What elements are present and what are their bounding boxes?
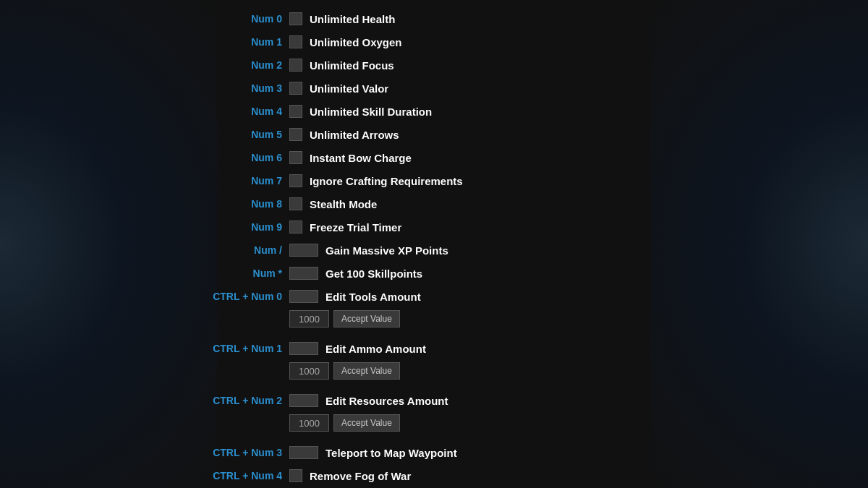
- cheat-row: CTRL + Num 2Edit Resources Amount: [181, 389, 687, 412]
- toggle-checkbox[interactable]: [289, 105, 302, 118]
- cheat-row: Num 0Unlimited Health: [181, 7, 687, 30]
- key-label: CTRL + Num 1: [188, 343, 282, 354]
- toggle-checkbox[interactable]: [289, 446, 318, 459]
- toggle-checkbox[interactable]: [289, 151, 302, 164]
- toggle-checkbox[interactable]: [289, 221, 302, 234]
- key-label: CTRL + Num 2: [188, 395, 282, 406]
- toggle-checkbox[interactable]: [289, 128, 302, 141]
- cheat-label: Unlimited Oxygen: [310, 36, 402, 48]
- accept-value-button[interactable]: Accept Value: [333, 310, 400, 328]
- cheat-row: Num 2Unlimited Focus: [181, 53, 687, 77]
- key-label: CTRL + Num 0: [188, 291, 282, 302]
- cheat-row: Num 6Instant Bow Charge: [181, 146, 687, 169]
- key-label: Num 2: [188, 59, 282, 71]
- key-label: CTRL + Num 3: [188, 447, 282, 458]
- toggle-checkbox[interactable]: [289, 174, 302, 187]
- toggle-checkbox[interactable]: [289, 244, 318, 257]
- cheat-row: Num /Gain Massive XP Points: [181, 239, 687, 262]
- value-input[interactable]: [289, 310, 329, 328]
- cheat-row: CTRL + Num 1Edit Ammo Amount: [181, 337, 687, 360]
- cheat-label: Unlimited Health: [310, 13, 395, 25]
- cheat-row: Num 9Freeze Trial Timer: [181, 215, 687, 239]
- cheat-label: Unlimited Focus: [310, 59, 394, 72]
- key-label: Num 7: [188, 175, 282, 187]
- value-input[interactable]: [289, 362, 329, 380]
- toggle-checkbox[interactable]: [289, 342, 318, 355]
- input-row: Accept Value: [181, 412, 687, 434]
- cheat-label: Ignore Crafting Requirements: [310, 175, 463, 187]
- value-input[interactable]: [289, 414, 329, 432]
- toggle-checkbox[interactable]: [289, 394, 318, 407]
- cheat-row: Num 3Unlimited Valor: [181, 77, 687, 100]
- cheat-label: Freeze Trial Timer: [310, 221, 401, 234]
- toggle-checkbox[interactable]: [289, 59, 302, 72]
- cheat-label: Teleport to Map Waypoint: [326, 447, 457, 459]
- cheat-label: Get 100 Skillpoints: [326, 267, 422, 280]
- cheat-label: Unlimited Arrows: [310, 129, 399, 141]
- cheat-row: Num 4Unlimited Skill Duration: [181, 100, 687, 123]
- key-label: CTRL + Num 4: [188, 470, 282, 481]
- cheat-label: Gain Massive XP Points: [326, 244, 448, 257]
- cheat-list-container: Num 0Unlimited HealthNum 1Unlimited Oxyg…: [181, 0, 687, 488]
- accept-value-button[interactable]: Accept Value: [333, 414, 400, 432]
- cheat-row: CTRL + Num 0Edit Tools Amount: [181, 285, 687, 308]
- key-label: Num 3: [188, 82, 282, 94]
- input-row: Accept Value: [181, 308, 687, 330]
- key-label: Num *: [188, 267, 282, 279]
- cheat-label: Unlimited Valor: [310, 82, 388, 95]
- cheat-label: Stealth Mode: [310, 198, 377, 210]
- toggle-checkbox[interactable]: [289, 82, 302, 95]
- cheat-label: Edit Tools Amount: [326, 291, 421, 303]
- key-label: Num 8: [188, 198, 282, 210]
- accept-value-button[interactable]: Accept Value: [333, 362, 400, 380]
- key-label: Num 5: [188, 129, 282, 140]
- cheat-label: Unlimited Skill Duration: [310, 106, 432, 118]
- cheat-row: Num 1Unlimited Oxygen: [181, 30, 687, 53]
- toggle-checkbox[interactable]: [289, 469, 302, 482]
- cheat-row: Num 7Ignore Crafting Requirements: [181, 169, 687, 192]
- cheat-row: Num 5Unlimited Arrows: [181, 123, 687, 146]
- toggle-checkbox[interactable]: [289, 197, 302, 210]
- key-label: Num 6: [188, 152, 282, 163]
- key-label: Num 4: [188, 106, 282, 117]
- toggle-checkbox[interactable]: [289, 290, 318, 303]
- cheat-label: Instant Bow Charge: [310, 152, 412, 164]
- cheat-label: Edit Resources Amount: [326, 395, 448, 407]
- key-label: Num 1: [188, 36, 282, 48]
- toggle-checkbox[interactable]: [289, 12, 302, 25]
- input-row: Accept Value: [181, 360, 687, 382]
- cheat-row: CTRL + Num 4Remove Fog of War: [181, 464, 687, 487]
- cheat-row: Num 8Stealth Mode: [181, 192, 687, 215]
- key-label: Num 9: [188, 221, 282, 233]
- cheat-row: CTRL + Num 3Teleport to Map Waypoint: [181, 441, 687, 464]
- toggle-checkbox[interactable]: [289, 35, 302, 48]
- cheat-label: Remove Fog of War: [310, 470, 411, 482]
- toggle-checkbox[interactable]: [289, 267, 318, 280]
- cheat-row: Num *Get 100 Skillpoints: [181, 262, 687, 285]
- key-label: Num 0: [188, 13, 282, 25]
- cheat-label: Edit Ammo Amount: [326, 343, 426, 355]
- key-label: Num /: [188, 244, 282, 256]
